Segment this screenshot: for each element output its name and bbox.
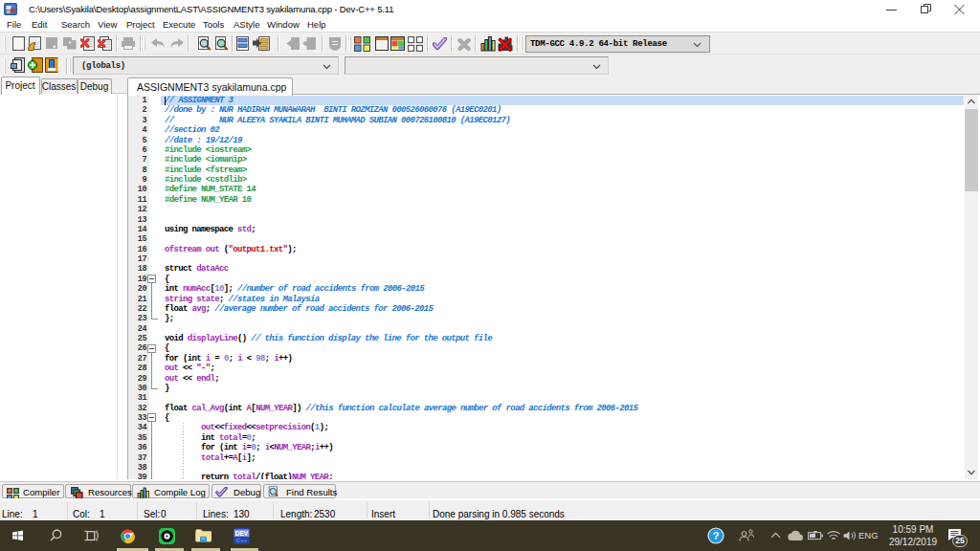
svg-text:?: ? xyxy=(713,530,720,541)
svg-text:C++: C++ xyxy=(236,538,248,543)
svg-text:DEV: DEV xyxy=(235,530,249,537)
